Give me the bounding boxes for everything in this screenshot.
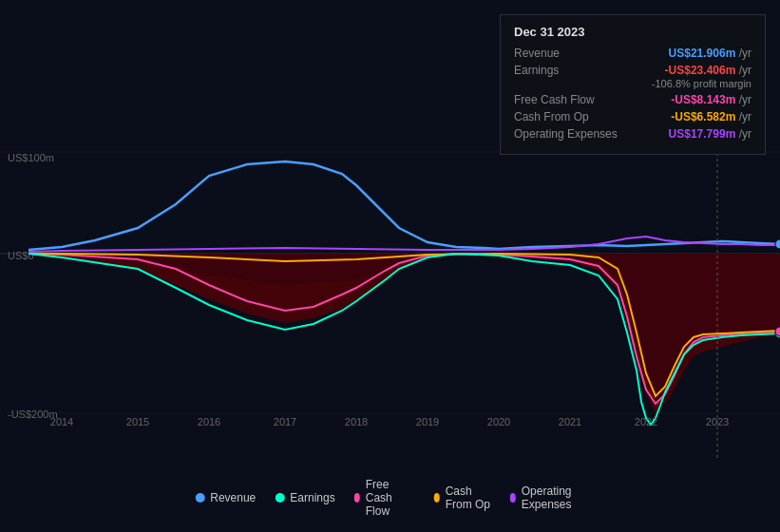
legend-label-cashop: Cash From Op (446, 484, 491, 511)
chart-svg (0, 147, 780, 461)
tooltip-box: Dec 31 2023 Revenue US$21.906m /yr Earni… (500, 14, 766, 155)
legend-item-earnings[interactable]: Earnings (275, 491, 334, 504)
x-label-2020: 2020 (487, 416, 510, 428)
legend-item-revenue[interactable]: Revenue (195, 491, 256, 504)
tooltip-value-opex: US$17.799m /yr (669, 127, 751, 141)
tooltip-row-fcf: Free Cash Flow -US$8.143m /yr (514, 93, 751, 106)
tooltip-row-revenue: Revenue US$21.906m /yr (514, 47, 751, 60)
tooltip-date: Dec 31 2023 (514, 25, 751, 39)
legend-label-fcf: Free Cash Flow (366, 478, 415, 518)
tooltip-value-fcf: -US$8.143m /yr (671, 93, 751, 106)
tooltip-sub-earnings: -106.8% profit margin (514, 78, 751, 89)
legend-dot-earnings (275, 493, 284, 503)
legend-label-revenue: Revenue (210, 491, 256, 504)
tooltip-label-opex: Operating Expenses (514, 127, 628, 141)
x-label-2017: 2017 (274, 416, 296, 428)
x-label-2015: 2015 (126, 416, 149, 428)
legend-item-cashop[interactable]: Cash From Op (434, 484, 491, 511)
tooltip-label-fcf: Free Cash Flow (514, 93, 628, 106)
legend-label-opex: Operating Expenses (522, 484, 585, 511)
tooltip-label-earnings: Earnings (514, 64, 628, 77)
legend-dot-fcf (354, 493, 360, 503)
tooltip-value-cashop: -US$6.582m /yr (671, 110, 751, 124)
tooltip-row-opex: Operating Expenses US$17.799m /yr (514, 127, 751, 141)
tooltip-row-cashop: Cash From Op -US$6.582m /yr (514, 110, 751, 124)
x-label-2019: 2019 (416, 416, 439, 428)
legend-item-fcf[interactable]: Free Cash Flow (354, 478, 415, 518)
legend-dot-revenue (195, 493, 204, 503)
x-label-2016: 2016 (198, 416, 220, 428)
tooltip-label-revenue: Revenue (514, 47, 628, 60)
tooltip-value-revenue: US$21.906m /yr (669, 47, 751, 60)
x-label-2018: 2018 (345, 416, 368, 428)
tooltip-label-cashop: Cash From Op (514, 110, 628, 124)
x-label-2023: 2023 (706, 416, 729, 428)
x-label-2021: 2021 (559, 416, 581, 428)
chart-container: Dec 31 2023 Revenue US$21.906m /yr Earni… (0, 0, 780, 532)
chart-legend: Revenue Earnings Free Cash Flow Cash Fro… (195, 478, 585, 518)
legend-label-earnings: Earnings (290, 491, 334, 504)
tooltip-value-earnings: -US$23.406m /yr (665, 64, 751, 77)
x-label-2014: 2014 (50, 416, 73, 428)
legend-dot-cashop (434, 493, 440, 503)
legend-dot-opex (510, 493, 516, 503)
tooltip-row-earnings: Earnings -US$23.406m /yr (514, 64, 751, 77)
legend-item-opex[interactable]: Operating Expenses (510, 484, 585, 511)
x-label-2022: 2022 (635, 416, 657, 428)
svg-point-5 (775, 239, 780, 249)
